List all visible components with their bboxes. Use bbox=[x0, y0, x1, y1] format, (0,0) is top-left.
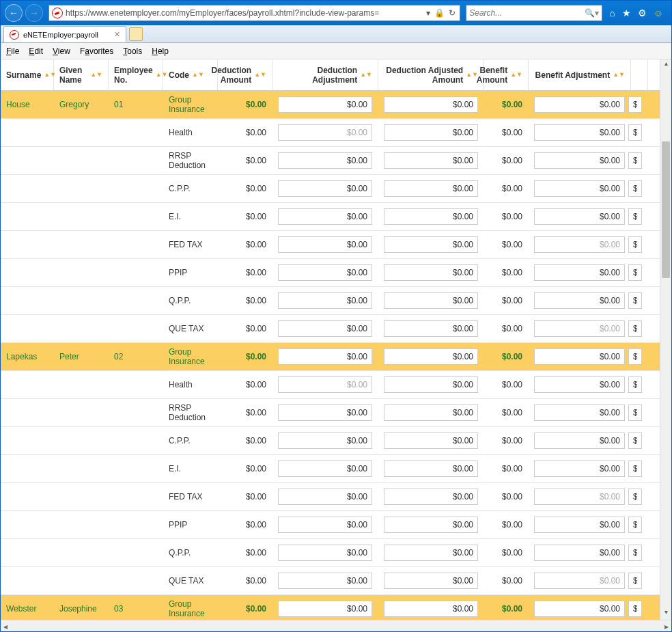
scroll-thumb[interactable] bbox=[662, 141, 670, 278]
amount-input[interactable] bbox=[384, 96, 478, 113]
amount-input[interactable] bbox=[534, 236, 625, 253]
amount-input[interactable] bbox=[278, 376, 372, 393]
scroll-up-icon[interactable]: ▴ bbox=[660, 59, 671, 71]
scroll-down-icon[interactable]: ▾ bbox=[660, 608, 671, 620]
col-deduction-adjusted-amount[interactable]: Deduction Adjusted Amount▲▼ bbox=[378, 59, 484, 90]
menu-edit[interactable]: Edit bbox=[29, 46, 43, 56]
amount-input[interactable] bbox=[278, 96, 372, 113]
amount-input[interactable] bbox=[278, 152, 372, 169]
amount-input[interactable] bbox=[534, 208, 625, 225]
amount-input[interactable] bbox=[534, 124, 625, 141]
col-given-name[interactable]: Given Name▲▼ bbox=[54, 59, 109, 90]
menu-help[interactable]: Help bbox=[152, 46, 169, 56]
back-button[interactable]: ← bbox=[5, 4, 23, 22]
amount-input[interactable] bbox=[384, 264, 478, 281]
edge-input[interactable] bbox=[628, 461, 642, 477]
forward-button[interactable]: → bbox=[25, 4, 43, 22]
menu-favorites[interactable]: Favorites bbox=[80, 46, 113, 56]
edge-input[interactable] bbox=[628, 292, 642, 309]
amount-input[interactable] bbox=[534, 376, 625, 393]
amount-input[interactable] bbox=[384, 404, 478, 421]
menu-file[interactable]: File bbox=[6, 46, 19, 56]
amount-input[interactable] bbox=[278, 461, 372, 477]
amount-input[interactable] bbox=[534, 517, 625, 533]
amount-input[interactable] bbox=[384, 601, 478, 617]
amount-input[interactable] bbox=[534, 180, 625, 197]
vertical-scrollbar[interactable]: ▴ ▾ bbox=[660, 59, 671, 620]
amount-input[interactable] bbox=[384, 461, 478, 477]
edge-input[interactable] bbox=[628, 432, 642, 449]
edge-input[interactable] bbox=[628, 208, 642, 225]
col-deduction-adjustment[interactable]: Deduction Adjustment▲▼ bbox=[272, 59, 378, 90]
amount-input[interactable] bbox=[384, 489, 478, 505]
refresh-icon[interactable]: ↻ bbox=[449, 8, 456, 18]
amount-input[interactable] bbox=[278, 601, 372, 617]
url-input[interactable] bbox=[63, 8, 423, 18]
edge-input[interactable] bbox=[628, 404, 642, 421]
amount-input[interactable] bbox=[384, 348, 478, 365]
amount-input[interactable] bbox=[384, 292, 478, 309]
settings-icon[interactable]: ⚙ bbox=[638, 8, 647, 18]
amount-input[interactable] bbox=[384, 376, 478, 393]
menu-view[interactable]: View bbox=[53, 46, 70, 56]
employee-group-row[interactable]: LapekasPeter02Group Insurance$0.00$0.00 bbox=[1, 343, 660, 371]
amount-input[interactable] bbox=[384, 545, 478, 561]
amount-input[interactable] bbox=[278, 208, 372, 225]
edge-input[interactable] bbox=[628, 264, 642, 281]
smiley-icon[interactable]: ☺ bbox=[654, 8, 663, 18]
browser-tab[interactable]: eNETEmployer:payroll ✕ bbox=[3, 26, 126, 42]
amount-input[interactable] bbox=[278, 236, 372, 253]
amount-input[interactable] bbox=[278, 517, 372, 533]
amount-input[interactable] bbox=[278, 292, 372, 309]
dropdown-icon[interactable]: ▾ bbox=[426, 8, 430, 18]
amount-input[interactable] bbox=[384, 320, 478, 337]
edge-input[interactable] bbox=[628, 236, 642, 253]
menu-tools[interactable]: Tools bbox=[123, 46, 142, 56]
address-bar[interactable]: ▾ 🔒 ↻ bbox=[48, 5, 460, 21]
edge-input[interactable] bbox=[628, 545, 642, 561]
edge-input[interactable] bbox=[628, 152, 642, 169]
search-dropdown-icon[interactable]: 🔍▾ bbox=[585, 8, 599, 18]
amount-input[interactable] bbox=[534, 404, 625, 421]
amount-input[interactable] bbox=[384, 517, 478, 533]
amount-input[interactable] bbox=[384, 152, 478, 169]
favorites-icon[interactable]: ★ bbox=[622, 8, 631, 18]
amount-input[interactable] bbox=[278, 320, 372, 337]
col-code[interactable]: Code▲▼ bbox=[163, 59, 218, 90]
amount-input[interactable] bbox=[278, 489, 372, 505]
amount-input[interactable] bbox=[278, 404, 372, 421]
amount-input[interactable] bbox=[534, 96, 625, 113]
edge-input[interactable] bbox=[628, 348, 642, 365]
amount-input[interactable] bbox=[534, 152, 625, 169]
amount-input[interactable] bbox=[278, 432, 372, 449]
edge-input[interactable] bbox=[628, 573, 642, 589]
edge-input[interactable] bbox=[628, 96, 642, 113]
col-surname[interactable]: Surname▲▼ bbox=[1, 59, 54, 90]
col-employee-no[interactable]: Employee No.▲▼ bbox=[109, 59, 163, 90]
search-bar[interactable]: 🔍▾ bbox=[466, 5, 602, 21]
col-benefit-amount[interactable]: Benefit Amount▲▼ bbox=[484, 59, 529, 90]
amount-input[interactable] bbox=[534, 573, 625, 589]
scroll-right-icon[interactable]: ▸ bbox=[664, 622, 669, 631]
amount-input[interactable] bbox=[278, 264, 372, 281]
amount-input[interactable] bbox=[278, 124, 372, 141]
edge-input[interactable] bbox=[628, 376, 642, 393]
edge-input[interactable] bbox=[628, 601, 642, 617]
amount-input[interactable] bbox=[534, 348, 625, 365]
scroll-left-icon[interactable]: ◂ bbox=[3, 622, 8, 631]
employee-group-row[interactable]: HouseGregory01Group Insurance$0.00$0.00 bbox=[1, 91, 660, 119]
edge-input[interactable] bbox=[628, 180, 642, 197]
tab-close-icon[interactable]: ✕ bbox=[114, 30, 120, 39]
amount-input[interactable] bbox=[384, 208, 478, 225]
amount-input[interactable] bbox=[534, 601, 625, 617]
new-tab-button[interactable] bbox=[129, 27, 143, 41]
amount-input[interactable] bbox=[534, 461, 625, 477]
amount-input[interactable] bbox=[534, 489, 625, 505]
edge-input[interactable] bbox=[628, 489, 642, 505]
amount-input[interactable] bbox=[278, 180, 372, 197]
amount-input[interactable] bbox=[534, 264, 625, 281]
amount-input[interactable] bbox=[534, 545, 625, 561]
amount-input[interactable] bbox=[278, 348, 372, 365]
horizontal-scrollbar[interactable]: ◂ ▸ bbox=[1, 620, 671, 632]
amount-input[interactable] bbox=[534, 320, 625, 337]
